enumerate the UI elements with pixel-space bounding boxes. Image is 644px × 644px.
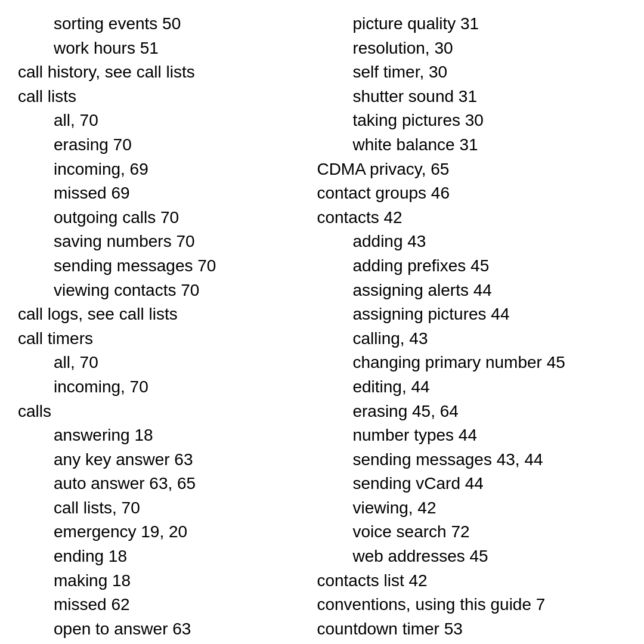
index-entry: viewing contacts 70 [18,278,299,303]
index-entry: call timers [18,327,299,351]
index-entry: missed 69 [18,181,299,206]
index-entry: incoming, 70 [18,375,299,400]
index-entry: answering 18 [18,423,299,448]
index-entry: auto answer 63, 65 [18,472,299,496]
page-container: sorting events 50work hours 51call histo… [0,0,644,644]
index-entry: work hours 51 [18,36,299,61]
index-entry: open to answer 63 [18,617,299,642]
index-entry: all, 70 [18,109,299,133]
index-entry: adding 43 [317,230,626,254]
index-entry: calls [18,400,299,424]
columns-wrapper: sorting events 50work hours 51call histo… [18,12,626,644]
index-entry: number types 44 [317,423,626,448]
index-entry: editing, 44 [317,375,626,400]
index-entry: picture quality 31 [317,12,626,36]
index-entry: sending vCard 44 [317,472,626,496]
index-entry: erasing 70 [18,133,299,157]
index-entry: taking pictures 30 [317,109,626,133]
index-entry: white balance 31 [317,133,626,157]
index-entry: calling, 43 [317,327,626,351]
index-entry: sending messages 43, 44 [317,448,626,472]
index-entry: making 18 [18,569,299,593]
index-entry: self timer, 30 [317,60,626,85]
index-entry: missed 62 [18,593,299,617]
index-entry: conventions, using this guide 7 [317,593,626,617]
index-entry: CDMA privacy, 65 [317,157,626,182]
column-right: picture quality 31resolution, 30self tim… [311,12,626,644]
index-entry: resolution, 30 [317,36,626,61]
index-entry: emergency 19, 20 [18,520,299,544]
index-entry: changing primary number 45 [317,351,626,375]
index-entry: contact groups 46 [317,181,626,206]
index-entry: call lists, 70 [18,496,299,521]
index-entry: sorting events 50 [18,12,299,36]
index-entry: assigning pictures 44 [317,302,626,327]
index-entry: contacts 42 [317,206,626,230]
index-entry: erasing 45, 64 [317,400,626,424]
index-entry: viewing, 42 [317,496,626,521]
index-entry: shutter sound 31 [317,85,626,109]
index-entry: incoming, 69 [18,157,299,182]
index-entry: contacts list 42 [317,569,626,593]
index-entry: adding prefixes 45 [317,254,626,278]
index-entry: ending 18 [18,544,299,569]
index-entry: voice search 72 [317,520,626,544]
index-entry: any key answer 63 [18,448,299,472]
column-left: sorting events 50work hours 51call histo… [18,12,311,644]
index-entry: placing on hold 61 [18,641,299,644]
index-entry: saving numbers 70 [18,230,299,254]
index-entry: call lists [18,85,299,109]
index-entry: all, 70 [18,351,299,375]
index-entry: outgoing calls 70 [18,206,299,230]
index-entry: sending messages 70 [18,254,299,278]
index-entry: assigning alerts 44 [317,278,626,303]
index-entry: call history, see call lists [18,60,299,85]
index-entry: call logs, see call lists [18,302,299,327]
index-entry: web addresses 45 [317,544,626,569]
index-entry: countdown timer 53 [317,617,626,642]
